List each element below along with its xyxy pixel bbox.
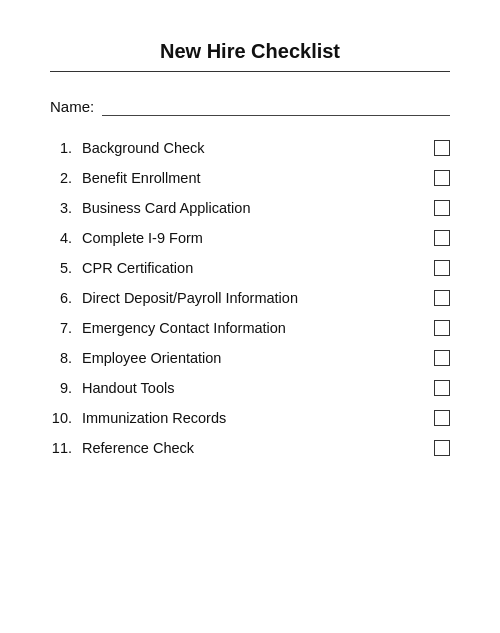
item-number: 10. xyxy=(50,410,82,426)
item-checkbox[interactable] xyxy=(434,200,450,216)
list-item: 10.Immunization Records xyxy=(50,410,450,426)
list-item: 7.Emergency Contact Information xyxy=(50,320,450,336)
item-checkbox[interactable] xyxy=(434,320,450,336)
item-checkbox[interactable] xyxy=(434,170,450,186)
title-divider xyxy=(50,71,450,72)
item-label: Employee Orientation xyxy=(82,350,434,366)
item-number: 5. xyxy=(50,260,82,276)
item-checkbox[interactable] xyxy=(434,230,450,246)
item-label: Background Check xyxy=(82,140,434,156)
item-number: 3. xyxy=(50,200,82,216)
item-label: Business Card Application xyxy=(82,200,434,216)
list-item: 4.Complete I-9 Form xyxy=(50,230,450,246)
item-checkbox[interactable] xyxy=(434,290,450,306)
item-checkbox[interactable] xyxy=(434,380,450,396)
item-number: 9. xyxy=(50,380,82,396)
list-item: 6.Direct Deposit/Payroll Information xyxy=(50,290,450,306)
item-label: Emergency Contact Information xyxy=(82,320,434,336)
item-number: 2. xyxy=(50,170,82,186)
item-number: 4. xyxy=(50,230,82,246)
checklist-page: New Hire Checklist Name: 1.Background Ch… xyxy=(0,0,500,633)
list-item: 1.Background Check xyxy=(50,140,450,156)
item-label: Immunization Records xyxy=(82,410,434,426)
item-checkbox[interactable] xyxy=(434,350,450,366)
item-number: 7. xyxy=(50,320,82,336)
list-item: 11.Reference Check xyxy=(50,440,450,456)
item-label: CPR Certification xyxy=(82,260,434,276)
item-checkbox[interactable] xyxy=(434,410,450,426)
name-label: Name: xyxy=(50,98,94,115)
name-input[interactable] xyxy=(102,96,450,116)
checklist: 1.Background Check2.Benefit Enrollment3.… xyxy=(50,140,450,456)
item-checkbox[interactable] xyxy=(434,140,450,156)
list-item: 5.CPR Certification xyxy=(50,260,450,276)
list-item: 8.Employee Orientation xyxy=(50,350,450,366)
item-label: Direct Deposit/Payroll Information xyxy=(82,290,434,306)
item-number: 8. xyxy=(50,350,82,366)
list-item: 2.Benefit Enrollment xyxy=(50,170,450,186)
item-label: Reference Check xyxy=(82,440,434,456)
item-number: 11. xyxy=(50,440,82,456)
item-checkbox[interactable] xyxy=(434,440,450,456)
name-row: Name: xyxy=(50,96,450,116)
item-label: Benefit Enrollment xyxy=(82,170,434,186)
list-item: 9.Handout Tools xyxy=(50,380,450,396)
item-label: Complete I-9 Form xyxy=(82,230,434,246)
item-checkbox[interactable] xyxy=(434,260,450,276)
page-title: New Hire Checklist xyxy=(50,40,450,63)
item-number: 6. xyxy=(50,290,82,306)
item-label: Handout Tools xyxy=(82,380,434,396)
item-number: 1. xyxy=(50,140,82,156)
list-item: 3.Business Card Application xyxy=(50,200,450,216)
